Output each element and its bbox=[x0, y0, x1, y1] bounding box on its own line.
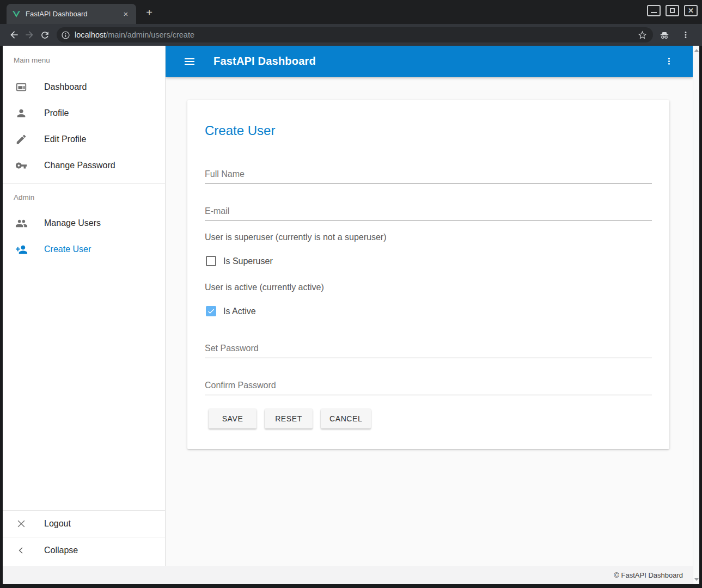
sidebar-item-edit-profile[interactable]: Edit Profile bbox=[3, 126, 165, 152]
tab-close-icon[interactable]: × bbox=[121, 9, 131, 19]
minimize-button[interactable] bbox=[647, 5, 661, 16]
forward-arrow-icon bbox=[24, 29, 35, 40]
close-window-button[interactable]: ✕ bbox=[684, 5, 698, 16]
tab-strip: FastAPI Dashboard × + ✕ bbox=[0, 0, 702, 24]
kebab-menu-icon bbox=[664, 56, 674, 66]
checkbox-box[interactable] bbox=[206, 256, 216, 266]
is-active-checkbox[interactable]: Is Active bbox=[206, 306, 256, 316]
url-path: /main/admin/users/create bbox=[106, 30, 194, 39]
chevron-left-icon bbox=[15, 544, 28, 557]
scroll-down-arrow-icon[interactable] bbox=[694, 578, 699, 581]
sidebar: Main menu Dashboard Profile Edit Profile bbox=[3, 46, 166, 566]
superuser-helper-text: User is superuser (currently is not a su… bbox=[205, 232, 386, 242]
create-user-card: Create User User is superuser (currently… bbox=[187, 100, 669, 449]
checkbox-box[interactable] bbox=[206, 306, 216, 316]
new-tab-button[interactable]: + bbox=[143, 6, 156, 19]
close-x-icon bbox=[15, 517, 28, 530]
vertical-scrollbar[interactable] bbox=[693, 46, 699, 584]
browser-toolbar: localhost/main/admin/users/create bbox=[0, 24, 702, 46]
app-bar-menu-button[interactable] bbox=[659, 52, 679, 71]
page-footer: © FastAPI Dashboard bbox=[3, 566, 693, 584]
app-bar-title: FastAPI Dashboard bbox=[213, 55, 659, 68]
checkbox-label: Is Superuser bbox=[223, 256, 273, 266]
kebab-menu-icon bbox=[681, 30, 691, 40]
address-bar[interactable]: localhost/main/admin/users/create bbox=[57, 27, 653, 42]
admin-subheader: Admin bbox=[3, 184, 165, 210]
key-icon bbox=[15, 159, 28, 172]
pencil-icon bbox=[15, 133, 28, 146]
checkbox-label: Is Active bbox=[223, 307, 256, 316]
sidebar-item-label: Collapse bbox=[44, 546, 78, 555]
checkmark-icon bbox=[207, 307, 215, 315]
dashboard-icon bbox=[15, 81, 28, 94]
url-text: localhost/main/admin/users/create bbox=[75, 30, 637, 39]
person-icon bbox=[15, 107, 28, 120]
sidebar-item-label: Dashboard bbox=[44, 82, 87, 92]
sidebar-item-manage-users[interactable]: Manage Users bbox=[3, 210, 165, 236]
cancel-button[interactable]: CANCEL bbox=[321, 409, 371, 428]
site-info-icon[interactable] bbox=[61, 30, 70, 40]
sidebar-item-label: Manage Users bbox=[44, 218, 101, 228]
scroll-up-arrow-icon[interactable] bbox=[694, 49, 699, 52]
reset-button[interactable]: RESET bbox=[265, 409, 313, 428]
sidebar-item-label: Edit Profile bbox=[44, 134, 86, 144]
sidebar-item-dashboard[interactable]: Dashboard bbox=[3, 74, 165, 100]
sidebar-item-label: Create User bbox=[44, 244, 91, 254]
sidebar-item-profile[interactable]: Profile bbox=[3, 100, 165, 126]
set-password-field[interactable] bbox=[205, 342, 652, 358]
sidebar-item-label: Profile bbox=[44, 108, 69, 118]
save-button[interactable]: SAVE bbox=[209, 409, 257, 428]
sidebar-bottom: Logout Collapse bbox=[3, 510, 165, 566]
forward-button[interactable] bbox=[22, 27, 37, 42]
is-superuser-checkbox[interactable]: Is Superuser bbox=[206, 256, 273, 266]
url-host: localhost bbox=[75, 30, 106, 39]
back-arrow-icon bbox=[9, 29, 20, 40]
hamburger-icon bbox=[183, 55, 196, 68]
bookmark-star-icon[interactable] bbox=[637, 30, 648, 40]
full-name-field[interactable] bbox=[205, 168, 652, 184]
people-icon bbox=[15, 217, 28, 230]
sidebar-item-collapse[interactable]: Collapse bbox=[3, 537, 165, 564]
sidebar-item-label: Change Password bbox=[44, 161, 115, 170]
sidebar-item-create-user[interactable]: Create User bbox=[3, 236, 165, 262]
toolbar-right bbox=[658, 27, 693, 42]
window-controls: ✕ bbox=[647, 5, 698, 16]
reload-button[interactable] bbox=[37, 27, 52, 42]
hamburger-menu-button[interactable] bbox=[180, 52, 199, 71]
sidebar-item-change-password[interactable]: Change Password bbox=[3, 152, 165, 179]
form-buttons: SAVE RESET CANCEL bbox=[209, 409, 379, 428]
email-field[interactable] bbox=[205, 205, 652, 221]
page-title: Create User bbox=[205, 123, 275, 138]
browser-window: FastAPI Dashboard × + ✕ localhost/main/a bbox=[0, 0, 702, 588]
active-helper-text: User is active (currently active) bbox=[205, 283, 324, 292]
maximize-button[interactable] bbox=[666, 5, 679, 16]
main-content: Create User User is superuser (currently… bbox=[166, 77, 693, 566]
confirm-password-field[interactable] bbox=[205, 379, 652, 395]
browser-menu-button[interactable] bbox=[678, 27, 693, 42]
sidebar-item-label: Logout bbox=[44, 519, 71, 529]
main-menu-subheader: Main menu bbox=[3, 46, 165, 74]
vue-logo-icon bbox=[12, 10, 21, 19]
tab-title: FastAPI Dashboard bbox=[26, 10, 121, 18]
back-button[interactable] bbox=[7, 27, 22, 42]
incognito-icon bbox=[658, 29, 670, 41]
reload-icon bbox=[40, 30, 50, 40]
person-add-icon bbox=[15, 243, 28, 256]
app-bar: FastAPI Dashboard bbox=[166, 46, 693, 77]
browser-tab[interactable]: FastAPI Dashboard × bbox=[7, 4, 136, 24]
footer-copyright: © FastAPI Dashboard bbox=[614, 571, 683, 579]
sidebar-item-logout[interactable]: Logout bbox=[3, 511, 165, 537]
